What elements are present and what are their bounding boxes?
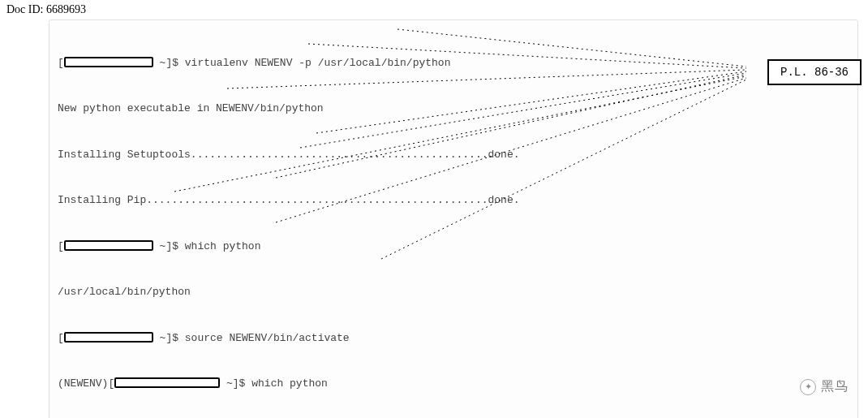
code-block-1: [ ~]$ virtualenv NEWENV -p /usr/local/bi… bbox=[49, 19, 858, 418]
code-line: [ ~]$ which python bbox=[58, 239, 849, 255]
code-line: Installing Pip..........................… bbox=[58, 193, 849, 209]
page-content: [ ~]$ virtualenv NEWENV -p /usr/local/bi… bbox=[49, 19, 858, 418]
doc-id: Doc ID: 6689693 bbox=[6, 3, 86, 16]
annotation-box: P.L. 86-36 bbox=[767, 59, 862, 85]
code-line: /usr/local/bin/python bbox=[58, 285, 849, 300]
code-line: New python executable in NEWENV/bin/pyth… bbox=[58, 101, 849, 117]
code-line: (NEWENV)[ ~]$ which python bbox=[58, 377, 849, 392]
code-line: [ ~]$ virtualenv NEWENV -p /usr/local/bi… bbox=[58, 56, 849, 71]
code-line: Installing Setuptools...................… bbox=[58, 148, 849, 163]
code-line: [ ~]$ source NEWENV/bin/activate bbox=[58, 331, 849, 347]
wechat-icon: ✦ bbox=[800, 379, 816, 395]
watermark: ✦ 黑鸟 bbox=[800, 378, 849, 395]
watermark-text: 黑鸟 bbox=[821, 378, 849, 395]
